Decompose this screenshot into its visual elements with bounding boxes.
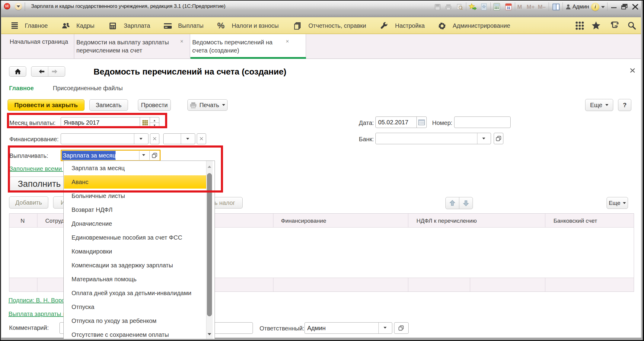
- svg-text:31: 31: [507, 6, 510, 10]
